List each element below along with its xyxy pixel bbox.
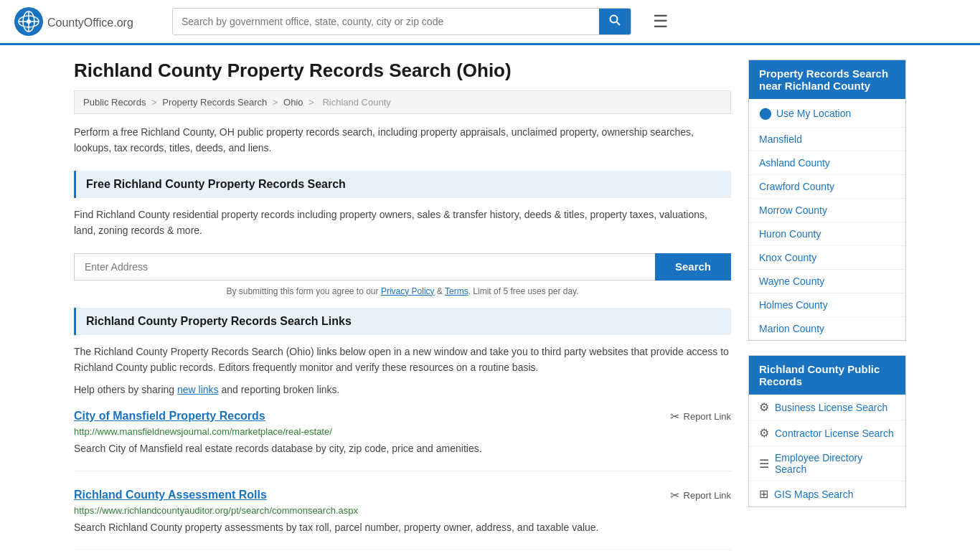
nearby-link-7[interactable]: Holmes County	[759, 299, 828, 311]
list-item: ⚙ Contractor License Search	[749, 420, 905, 446]
list-item: Wayne County	[749, 270, 905, 293]
record-desc-1: Search Richland County property assessme…	[74, 520, 731, 535]
privacy-policy-link[interactable]: Privacy Policy	[381, 286, 435, 296]
public-records-title: Richland County Public Records	[749, 356, 905, 395]
location-dot-icon: ⬤	[759, 106, 772, 120]
record-title-link-1[interactable]: Richland County Assessment Rolls	[74, 489, 267, 501]
address-search-form: Search By submitting this form you agree…	[74, 253, 731, 296]
content-area: Richland County Property Records Search …	[74, 60, 731, 551]
record-title-row-1: Richland County Assessment Rolls ✂ Repor…	[74, 489, 731, 502]
contractor-license-link[interactable]: Contractor License Search	[775, 428, 894, 439]
report-link-0[interactable]: ✂ Report Link	[670, 410, 731, 423]
list-item: Marion County	[749, 317, 905, 340]
use-location-link[interactable]: Use My Location	[776, 108, 851, 119]
public-records-box: Richland County Public Records ⚙ Busines…	[748, 355, 906, 507]
contractor-license-icon: ⚙	[759, 426, 769, 440]
new-links-link[interactable]: new links	[177, 384, 219, 395]
record-desc-0: Search City of Mansfield real estate rec…	[74, 441, 731, 456]
record-url-0: http://www.mansfieldnewsjournal.com/mark…	[74, 426, 731, 437]
nearby-link-3[interactable]: Morrow County	[759, 204, 827, 216]
page-description: Perform a free Richland County, OH publi…	[74, 124, 731, 156]
nearby-link-1[interactable]: Ashland County	[759, 157, 830, 169]
header: CountyOffice.org ☰	[0, 0, 980, 45]
gis-maps-link[interactable]: GIS Maps Search	[774, 489, 854, 500]
logo-icon	[14, 7, 43, 36]
list-item: Morrow County	[749, 199, 905, 222]
free-search-header: Free Richland County Property Records Se…	[74, 171, 731, 198]
gis-maps-icon: ⊞	[759, 487, 768, 501]
breadcrumb-ohio[interactable]: Ohio	[283, 97, 303, 108]
nearby-title: Property Records Search near Richland Co…	[749, 60, 905, 99]
breadcrumb-richland-county: Richland County	[322, 97, 390, 108]
header-search-input[interactable]	[173, 10, 599, 33]
svg-point-6	[611, 16, 618, 23]
header-search-button[interactable]	[599, 9, 631, 34]
report-link-1[interactable]: ✂ Report Link	[670, 489, 731, 502]
svg-line-7	[617, 22, 621, 26]
business-license-link[interactable]: Business License Search	[775, 402, 887, 413]
nearby-box: Property Records Search near Richland Co…	[748, 60, 906, 341]
record-url-1: https://www.richlandcountyauditor.org/pt…	[74, 505, 731, 516]
sidebar: Property Records Search near Richland Co…	[748, 60, 906, 551]
form-disclaimer: By submitting this form you agree to our…	[74, 286, 731, 296]
logo-area: CountyOffice.org	[14, 7, 158, 36]
use-location[interactable]: ⬤ Use My Location	[749, 99, 905, 128]
breadcrumb: Public Records > Property Records Search…	[74, 90, 731, 114]
business-license-icon: ⚙	[759, 400, 769, 414]
list-item: ☰ Employee Directory Search	[749, 446, 905, 481]
list-item: Ashland County	[749, 151, 905, 175]
record-title-link-0[interactable]: City of Mansfield Property Records	[74, 410, 265, 423]
logo-text: CountyOffice.org	[47, 14, 133, 30]
nearby-link-8[interactable]: Marion County	[759, 323, 824, 334]
links-description: The Richland County Property Records Sea…	[74, 344, 731, 376]
address-search-row: Search	[74, 253, 731, 281]
hamburger-menu[interactable]: ☰	[653, 11, 669, 32]
list-item: Mansfield	[749, 128, 905, 151]
share-line: Help others by sharing new links and rep…	[74, 384, 731, 395]
employee-directory-link[interactable]: Employee Directory Search	[775, 452, 895, 475]
terms-link[interactable]: Terms	[445, 286, 468, 296]
list-item: Holmes County	[749, 293, 905, 317]
nearby-link-5[interactable]: Knox County	[759, 252, 816, 263]
record-card-0: City of Mansfield Property Records ✂ Rep…	[74, 410, 731, 471]
nearby-link-0[interactable]: Mansfield	[759, 133, 802, 145]
list-item: Crawford County	[749, 175, 905, 199]
main-container: Richland County Property Records Search …	[60, 45, 920, 551]
employee-directory-icon: ☰	[759, 457, 769, 471]
header-search-bar	[172, 8, 631, 35]
breadcrumb-property-records-search[interactable]: Property Records Search	[162, 97, 267, 108]
public-records-list: ⚙ Business License Search ⚙ Contractor L…	[749, 395, 905, 507]
record-title-row-0: City of Mansfield Property Records ✂ Rep…	[74, 410, 731, 423]
list-item: Huron County	[749, 222, 905, 246]
report-icon-0: ✂	[670, 410, 679, 423]
record-card-1: Richland County Assessment Rolls ✂ Repor…	[74, 489, 731, 550]
nearby-list: Mansfield Ashland County Crawford County…	[749, 128, 905, 340]
list-item: Knox County	[749, 246, 905, 270]
nearby-link-6[interactable]: Wayne County	[759, 276, 824, 287]
nearby-link-2[interactable]: Crawford County	[759, 181, 834, 192]
breadcrumb-public-records[interactable]: Public Records	[83, 97, 146, 108]
list-item: ⚙ Business License Search	[749, 395, 905, 420]
free-search-description: Find Richland County residential propert…	[74, 207, 731, 239]
report-icon-1: ✂	[670, 489, 679, 502]
links-section-header: Richland County Property Records Search …	[74, 308, 731, 335]
address-search-button[interactable]: Search	[655, 253, 731, 281]
nearby-link-4[interactable]: Huron County	[759, 228, 821, 240]
list-item: ⊞ GIS Maps Search	[749, 481, 905, 507]
page-title: Richland County Property Records Search …	[74, 60, 731, 82]
address-input[interactable]	[74, 253, 655, 281]
